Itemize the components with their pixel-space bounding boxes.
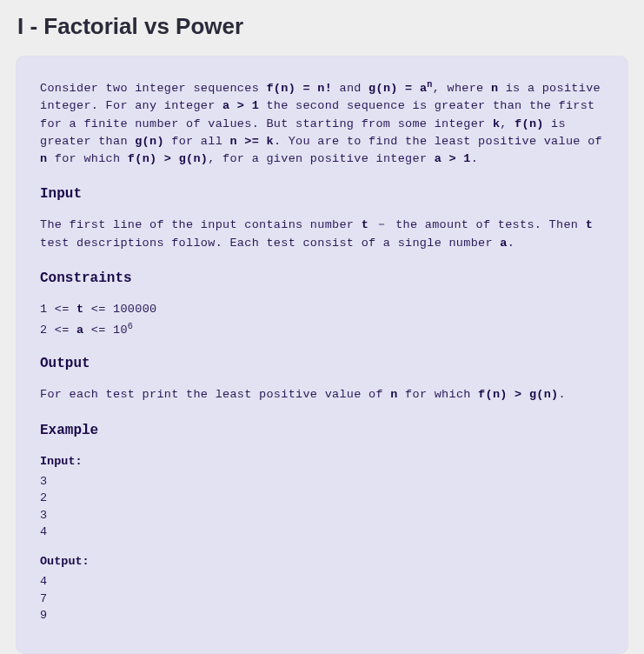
text: － the amount of tests. Then: [368, 218, 586, 231]
text: Consider two integer sequences: [40, 82, 266, 95]
example-input-label: Input:: [40, 453, 604, 470]
var-nk: n >= k: [229, 135, 273, 148]
constraint-t: 1 <= t <= 100000: [40, 301, 604, 318]
text: For each test print the least positive v…: [40, 388, 390, 401]
var-fg: f(n) > g(n): [478, 388, 558, 401]
constraint-a: 2 <= a <= 106: [40, 322, 604, 339]
text: 1 <=: [40, 303, 76, 316]
var-t2: t: [586, 218, 593, 231]
formula-f: f(n) = n!: [266, 82, 332, 95]
heading-example: Example: [40, 420, 604, 441]
var-fn: f(n): [515, 117, 544, 130]
var-a: a > 1: [222, 99, 259, 112]
text: 2 <=: [40, 324, 76, 337]
heading-output: Output: [40, 353, 604, 374]
text: . You are to find the least positive val…: [274, 135, 602, 148]
example-output-line: 9: [40, 607, 604, 624]
example-input-block: Input: 3 2 3 4: [40, 453, 604, 542]
example-input-line: 2: [40, 490, 604, 507]
var-a2: a > 1: [435, 152, 471, 165]
text: , for a given positive integer: [208, 152, 434, 165]
var-gn: g(n): [135, 135, 164, 148]
text: The first line of the input contains num…: [40, 218, 362, 231]
input-description: The first line of the input contains num…: [40, 217, 604, 252]
text: for all: [164, 135, 230, 148]
example-input-line: 3: [40, 507, 604, 524]
heading-input: Input: [40, 184, 604, 204]
output-description: For each test print the least positive v…: [40, 386, 604, 404]
example-output-line: 7: [40, 591, 604, 608]
example-input-line: 4: [40, 524, 604, 541]
problem-statement-card: Consider two integer sequences f(n) = n!…: [16, 56, 628, 654]
text: and: [332, 82, 368, 95]
text: .: [508, 237, 515, 250]
text: <= 10: [83, 324, 127, 337]
var-n: n: [390, 388, 397, 401]
var-t: t: [362, 218, 368, 231]
example-input-line: 3: [40, 473, 604, 490]
text: , where: [433, 82, 491, 95]
example-output-line: 4: [40, 573, 604, 591]
heading-constraints: Constraints: [40, 268, 604, 289]
formula-g: g(n) = an: [368, 82, 433, 95]
var-fg: f(n) > g(n): [128, 152, 208, 165]
text: .: [471, 152, 478, 165]
text: test descriptions follow. Each test cons…: [40, 237, 500, 250]
text: for which: [398, 388, 478, 401]
text: ,: [500, 117, 515, 130]
exponent: 6: [128, 322, 133, 331]
var-a: a: [500, 237, 507, 250]
example-output-block: Output: 4 7 9: [40, 553, 604, 624]
text: <= 100000: [83, 303, 156, 316]
problem-description: Consider two integer sequences f(n) = n!…: [40, 80, 604, 168]
example-output-label: Output:: [40, 553, 604, 571]
page-title: I - Factorial vs Power: [16, 13, 628, 40]
text: for which: [47, 152, 127, 165]
constraints-block: 1 <= t <= 100000 2 <= a <= 106: [40, 301, 604, 340]
text: .: [559, 388, 566, 401]
